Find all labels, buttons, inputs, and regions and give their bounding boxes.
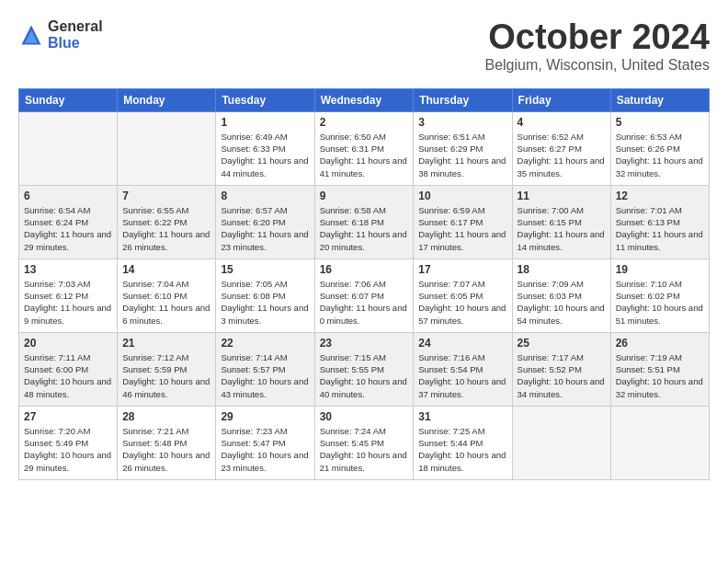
day-number-24: 24 xyxy=(418,337,506,350)
day-number-19: 19 xyxy=(616,263,704,276)
calendar-cell-2-2: 15Sunrise: 7:05 AMSunset: 6:08 PMDayligh… xyxy=(216,259,314,332)
day-info-6: Sunrise: 6:54 AMSunset: 6:24 PMDaylight:… xyxy=(24,204,112,253)
calendar-cell-2-4: 17Sunrise: 7:07 AMSunset: 6:05 PMDayligh… xyxy=(414,259,512,332)
header-sunday: Sunday xyxy=(19,88,118,111)
title-section: October 2024 Belgium, Wisconsin, United … xyxy=(484,18,710,74)
calendar-cell-1-3: 9Sunrise: 6:58 AMSunset: 6:18 PMDaylight… xyxy=(314,185,414,259)
calendar-cell-0-2: 1Sunrise: 6:49 AMSunset: 6:33 PMDaylight… xyxy=(216,111,314,185)
header-thursday: Thursday xyxy=(414,88,512,111)
day-number-21: 21 xyxy=(122,337,210,350)
page-header: General Blue October 2024 Belgium, Wisco… xyxy=(18,18,710,74)
header-monday: Monday xyxy=(118,88,216,111)
day-info-20: Sunrise: 7:11 AMSunset: 6:00 PMDaylight:… xyxy=(24,351,112,400)
day-number-28: 28 xyxy=(122,410,210,423)
calendar-cell-2-3: 16Sunrise: 7:06 AMSunset: 6:07 PMDayligh… xyxy=(314,259,414,332)
day-info-14: Sunrise: 7:04 AMSunset: 6:10 PMDaylight:… xyxy=(122,278,210,327)
day-number-13: 13 xyxy=(24,263,112,276)
day-number-7: 7 xyxy=(122,190,210,202)
day-info-28: Sunrise: 7:21 AMSunset: 5:48 PMDaylight:… xyxy=(122,425,210,474)
header-wednesday: Wednesday xyxy=(314,88,414,111)
calendar-cell-3-0: 20Sunrise: 7:11 AMSunset: 6:00 PMDayligh… xyxy=(19,332,118,406)
calendar-cell-4-2: 29Sunrise: 7:23 AMSunset: 5:47 PMDayligh… xyxy=(216,406,314,479)
day-number-5: 5 xyxy=(616,116,704,129)
calendar-week-5: 27Sunrise: 7:20 AMSunset: 5:49 PMDayligh… xyxy=(19,406,710,479)
header-tuesday: Tuesday xyxy=(216,88,314,111)
calendar-cell-1-6: 12Sunrise: 7:01 AMSunset: 6:13 PMDayligh… xyxy=(610,185,709,259)
day-number-12: 12 xyxy=(616,190,704,202)
calendar-cell-0-5: 4Sunrise: 6:52 AMSunset: 6:27 PMDaylight… xyxy=(512,111,610,185)
day-info-17: Sunrise: 7:07 AMSunset: 6:05 PMDaylight:… xyxy=(418,278,506,327)
day-number-25: 25 xyxy=(518,337,606,350)
day-info-10: Sunrise: 6:59 AMSunset: 6:17 PMDaylight:… xyxy=(418,204,506,253)
day-info-4: Sunrise: 6:52 AMSunset: 6:27 PMDaylight:… xyxy=(518,131,606,179)
day-number-14: 14 xyxy=(122,263,210,276)
day-info-22: Sunrise: 7:14 AMSunset: 5:57 PMDaylight:… xyxy=(221,351,309,400)
day-number-4: 4 xyxy=(518,116,606,129)
day-info-11: Sunrise: 7:00 AMSunset: 6:15 PMDaylight:… xyxy=(518,204,606,253)
calendar-week-4: 20Sunrise: 7:11 AMSunset: 6:00 PMDayligh… xyxy=(19,332,710,406)
calendar-cell-4-1: 28Sunrise: 7:21 AMSunset: 5:48 PMDayligh… xyxy=(118,406,216,479)
day-number-17: 17 xyxy=(418,263,506,276)
calendar-cell-3-6: 26Sunrise: 7:19 AMSunset: 5:51 PMDayligh… xyxy=(610,332,709,406)
calendar-cell-4-3: 30Sunrise: 7:24 AMSunset: 5:45 PMDayligh… xyxy=(314,406,414,479)
calendar-cell-4-0: 27Sunrise: 7:20 AMSunset: 5:49 PMDayligh… xyxy=(19,406,118,479)
day-info-23: Sunrise: 7:15 AMSunset: 5:55 PMDaylight:… xyxy=(320,351,409,400)
calendar-cell-0-0 xyxy=(19,111,118,185)
calendar-cell-0-1 xyxy=(118,111,216,185)
day-number-1: 1 xyxy=(221,116,309,129)
day-info-9: Sunrise: 6:58 AMSunset: 6:18 PMDaylight:… xyxy=(320,204,409,253)
day-number-27: 27 xyxy=(24,410,112,423)
day-info-27: Sunrise: 7:20 AMSunset: 5:49 PMDaylight:… xyxy=(24,425,112,474)
day-number-23: 23 xyxy=(320,337,409,350)
calendar-week-3: 13Sunrise: 7:03 AMSunset: 6:12 PMDayligh… xyxy=(19,259,710,332)
day-number-6: 6 xyxy=(24,190,112,202)
calendar-cell-4-6 xyxy=(610,406,709,479)
calendar-week-1: 1Sunrise: 6:49 AMSunset: 6:33 PMDaylight… xyxy=(19,111,710,185)
logo-general-text: General xyxy=(48,18,103,35)
calendar-cell-1-1: 7Sunrise: 6:55 AMSunset: 6:22 PMDaylight… xyxy=(118,185,216,259)
month-title: October 2024 xyxy=(484,18,710,57)
day-info-7: Sunrise: 6:55 AMSunset: 6:22 PMDaylight:… xyxy=(122,204,210,253)
calendar-cell-1-2: 8Sunrise: 6:57 AMSunset: 6:20 PMDaylight… xyxy=(216,185,314,259)
day-info-30: Sunrise: 7:24 AMSunset: 5:45 PMDaylight:… xyxy=(320,425,409,474)
calendar-cell-3-4: 24Sunrise: 7:16 AMSunset: 5:54 PMDayligh… xyxy=(414,332,512,406)
day-info-1: Sunrise: 6:49 AMSunset: 6:33 PMDaylight:… xyxy=(221,131,309,179)
day-number-3: 3 xyxy=(418,116,506,129)
calendar-cell-4-5 xyxy=(512,406,610,479)
day-info-21: Sunrise: 7:12 AMSunset: 5:59 PMDaylight:… xyxy=(122,351,210,400)
day-number-26: 26 xyxy=(616,337,704,350)
location-text: Belgium, Wisconsin, United States xyxy=(484,57,710,74)
calendar-cell-1-4: 10Sunrise: 6:59 AMSunset: 6:17 PMDayligh… xyxy=(414,185,512,259)
calendar-cell-3-2: 22Sunrise: 7:14 AMSunset: 5:57 PMDayligh… xyxy=(216,332,314,406)
day-info-13: Sunrise: 7:03 AMSunset: 6:12 PMDaylight:… xyxy=(24,278,112,327)
header-saturday: Saturday xyxy=(610,88,709,111)
calendar-cell-0-6: 5Sunrise: 6:53 AMSunset: 6:26 PMDaylight… xyxy=(610,111,709,185)
logo-text: General Blue xyxy=(48,18,103,51)
day-info-12: Sunrise: 7:01 AMSunset: 6:13 PMDaylight:… xyxy=(616,204,704,253)
calendar-cell-2-6: 19Sunrise: 7:10 AMSunset: 6:02 PMDayligh… xyxy=(610,259,709,332)
day-info-29: Sunrise: 7:23 AMSunset: 5:47 PMDaylight:… xyxy=(221,425,309,474)
calendar-cell-3-1: 21Sunrise: 7:12 AMSunset: 5:59 PMDayligh… xyxy=(118,332,216,406)
day-info-26: Sunrise: 7:19 AMSunset: 5:51 PMDaylight:… xyxy=(616,351,704,400)
day-info-16: Sunrise: 7:06 AMSunset: 6:07 PMDaylight:… xyxy=(320,278,409,327)
day-number-29: 29 xyxy=(221,410,309,423)
day-number-20: 20 xyxy=(24,337,112,350)
calendar-table: Sunday Monday Tuesday Wednesday Thursday… xyxy=(18,88,710,480)
day-info-19: Sunrise: 7:10 AMSunset: 6:02 PMDaylight:… xyxy=(616,278,704,327)
calendar-cell-4-4: 31Sunrise: 7:25 AMSunset: 5:44 PMDayligh… xyxy=(414,406,512,479)
day-info-18: Sunrise: 7:09 AMSunset: 6:03 PMDaylight:… xyxy=(518,278,606,327)
day-number-18: 18 xyxy=(518,263,606,276)
calendar-cell-3-3: 23Sunrise: 7:15 AMSunset: 5:55 PMDayligh… xyxy=(314,332,414,406)
day-info-25: Sunrise: 7:17 AMSunset: 5:52 PMDaylight:… xyxy=(518,351,606,400)
day-number-22: 22 xyxy=(221,337,309,350)
day-info-15: Sunrise: 7:05 AMSunset: 6:08 PMDaylight:… xyxy=(221,278,309,327)
calendar-cell-0-3: 2Sunrise: 6:50 AMSunset: 6:31 PMDaylight… xyxy=(314,111,414,185)
day-number-15: 15 xyxy=(221,263,309,276)
calendar-cell-1-0: 6Sunrise: 6:54 AMSunset: 6:24 PMDaylight… xyxy=(19,185,118,259)
day-info-24: Sunrise: 7:16 AMSunset: 5:54 PMDaylight:… xyxy=(418,351,506,400)
calendar-cell-0-4: 3Sunrise: 6:51 AMSunset: 6:29 PMDaylight… xyxy=(414,111,512,185)
day-info-31: Sunrise: 7:25 AMSunset: 5:44 PMDaylight:… xyxy=(418,425,506,474)
logo-icon xyxy=(18,22,44,48)
header-friday: Friday xyxy=(512,88,610,111)
day-number-2: 2 xyxy=(320,116,409,129)
